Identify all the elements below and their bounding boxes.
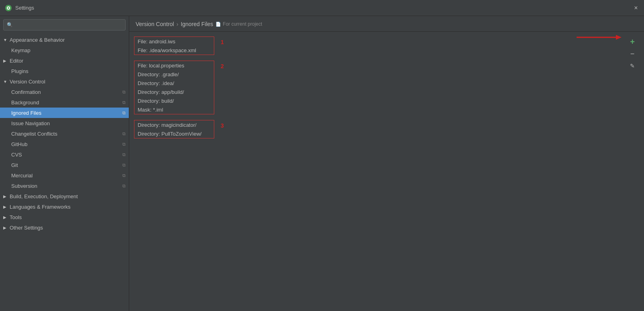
- sidebar-item-subversion[interactable]: Subversion ⧉: [0, 181, 129, 191]
- file-entry[interactable]: File: android.iws: [134, 37, 214, 46]
- project-label: For current project: [223, 21, 262, 27]
- sidebar-item-appearance[interactable]: ▼ Appearance & Behavior: [0, 35, 129, 45]
- sidebar-item-keymap[interactable]: Keymap: [0, 45, 129, 55]
- file-entry[interactable]: Directory: .idea/: [134, 79, 214, 87]
- sidebar-item-tools[interactable]: ▶ Tools: [0, 212, 129, 222]
- main-layout: 🔍 ▼ Appearance & Behavior Keymap ▶ Edito…: [0, 16, 644, 311]
- sidebar-item-label: Other Settings: [10, 225, 43, 231]
- sidebar-item-label: Subversion: [11, 183, 37, 189]
- file-entry[interactable]: Directory: build/: [134, 96, 214, 105]
- sidebar-item-confirmation[interactable]: Confirmation ⧉: [0, 87, 129, 97]
- file-group-3: Directory: magicindicator/ Directory: Pu…: [134, 120, 214, 138]
- expand-arrow-icon: ▶: [3, 226, 8, 230]
- sidebar-item-github[interactable]: GitHub ⧉: [0, 139, 129, 149]
- sidebar-item-mercurial[interactable]: Mercurial ⧉: [0, 170, 129, 181]
- sidebar-item-languages[interactable]: ▶ Languages & Frameworks: [0, 201, 129, 212]
- file-entry[interactable]: File: local.properties: [134, 61, 214, 70]
- remove-button[interactable]: −: [627, 49, 638, 59]
- expand-arrow-icon: ▶: [3, 59, 8, 63]
- sidebar-item-background[interactable]: Background ⧉: [0, 97, 129, 108]
- file-entry[interactable]: Mask: *.iml: [134, 105, 214, 114]
- group-number-3: 3: [221, 122, 224, 129]
- content-area: Version Control › Ignored Files 📄 For cu…: [129, 16, 644, 311]
- sidebar-item-label: Git: [11, 162, 18, 168]
- files-list: File: android.iws File: .idea/workspace.…: [134, 37, 626, 306]
- sidebar-item-plugins[interactable]: Plugins: [0, 66, 129, 76]
- file-group-row-2: File: local.properties Directory: .gradl…: [134, 61, 626, 117]
- project-icon: 📄: [215, 22, 221, 27]
- sidebar-item-editor[interactable]: ▶ Editor: [0, 55, 129, 66]
- search-icon: 🔍: [7, 22, 13, 28]
- sidebar-item-label: Appearance & Behavior: [10, 37, 65, 43]
- file-entry[interactable]: Directory: app/build/: [134, 87, 214, 96]
- sidebar-item-label: Mercurial: [11, 173, 33, 179]
- search-box[interactable]: 🔍: [3, 19, 126, 30]
- sidebar-item-cvs[interactable]: CVS ⧉: [0, 149, 129, 160]
- copy-icon: ⧉: [122, 89, 126, 95]
- copy-icon: ⧉: [122, 131, 126, 136]
- copy-icon: ⧉: [122, 100, 126, 105]
- copy-icon: ⧉: [122, 173, 126, 178]
- sidebar-item-git[interactable]: Git ⧉: [0, 160, 129, 170]
- sidebar-item-version-control[interactable]: ▼ Version Control: [0, 76, 129, 87]
- breadcrumb-separator: ›: [177, 21, 179, 27]
- sidebar-item-label: Languages & Frameworks: [10, 204, 71, 210]
- copy-icon: ⧉: [122, 142, 126, 147]
- search-input[interactable]: [15, 22, 122, 28]
- edit-button[interactable]: ✎: [627, 61, 638, 71]
- sidebar-item-label: Background: [11, 100, 39, 106]
- sidebar-item-label: Confirmation: [11, 89, 41, 95]
- sidebar-item-issue-navigation[interactable]: Issue Navigation: [0, 118, 129, 128]
- app-logo: [5, 4, 12, 12]
- copy-icon: ⧉: [122, 152, 126, 157]
- sidebar-item-label: Version Control: [10, 79, 45, 85]
- expand-arrow-icon: ▶: [3, 215, 8, 220]
- group-number-1: 1: [221, 39, 224, 45]
- file-entry[interactable]: Directory: PullToZoomView/: [134, 129, 214, 138]
- file-entry[interactable]: Directory: magicindicator/: [134, 120, 214, 129]
- sidebar-item-label: GitHub: [11, 141, 27, 147]
- sidebar-item-build[interactable]: ▶ Build, Execution, Deployment: [0, 191, 129, 201]
- expand-arrow-icon: ▼: [3, 79, 8, 84]
- nav-tree: ▼ Appearance & Behavior Keymap ▶ Editor …: [0, 33, 129, 311]
- copy-icon: ⧉: [122, 163, 126, 168]
- sidebar-item-label: Issue Navigation: [11, 120, 50, 126]
- sidebar-item-label: Tools: [10, 214, 22, 220]
- file-group-row-3: Directory: magicindicator/ Directory: Pu…: [134, 120, 626, 141]
- file-entry[interactable]: Directory: .gradle/: [134, 70, 214, 79]
- sidebar-item-changelist-conflicts[interactable]: Changelist Conflicts ⧉: [0, 128, 129, 139]
- expand-arrow-icon: ▶: [3, 205, 8, 209]
- sidebar-item-label: Changelist Conflicts: [11, 131, 57, 137]
- expand-arrow-icon: ▼: [3, 38, 8, 42]
- add-button[interactable]: +: [627, 37, 638, 47]
- right-toolbar: + − ✎: [626, 37, 639, 306]
- file-group-row-1: File: android.iws File: .idea/workspace.…: [134, 37, 626, 57]
- sidebar-item-label: Plugins: [11, 68, 28, 74]
- file-entry[interactable]: File: .idea/workspace.xml: [134, 46, 214, 55]
- title-bar: Settings ×: [0, 0, 644, 16]
- sidebar-item-label: Keymap: [11, 47, 30, 53]
- breadcrumb-current: Ignored Files: [181, 21, 213, 27]
- sidebar: 🔍 ▼ Appearance & Behavior Keymap ▶ Edito…: [0, 16, 129, 311]
- expand-arrow-icon: ▶: [3, 194, 8, 199]
- file-group-2: File: local.properties Directory: .gradl…: [134, 61, 214, 114]
- copy-icon: ⧉: [122, 110, 126, 116]
- copy-icon: ⧉: [122, 183, 126, 189]
- sidebar-item-ignored-files[interactable]: Ignored Files ⧉: [0, 108, 129, 118]
- file-group-1: File: android.iws File: .idea/workspace.…: [134, 37, 214, 55]
- group-number-2: 2: [221, 63, 224, 69]
- content-header: Version Control › Ignored Files 📄 For cu…: [129, 16, 644, 32]
- sidebar-item-other-settings[interactable]: ▶ Other Settings: [0, 222, 129, 233]
- sidebar-item-label: Ignored Files: [11, 110, 41, 116]
- svg-point-2: [8, 7, 9, 9]
- sidebar-item-label: CVS: [11, 152, 22, 158]
- sidebar-item-label: Editor: [10, 58, 23, 64]
- breadcrumb-parent: Version Control: [136, 21, 174, 27]
- sidebar-item-label: Build, Execution, Deployment: [10, 193, 78, 199]
- breadcrumb-project: 📄 For current project: [215, 21, 262, 27]
- content-main: File: android.iws File: .idea/workspace.…: [129, 32, 644, 311]
- close-button[interactable]: ×: [633, 5, 639, 11]
- window-title: Settings: [15, 5, 633, 11]
